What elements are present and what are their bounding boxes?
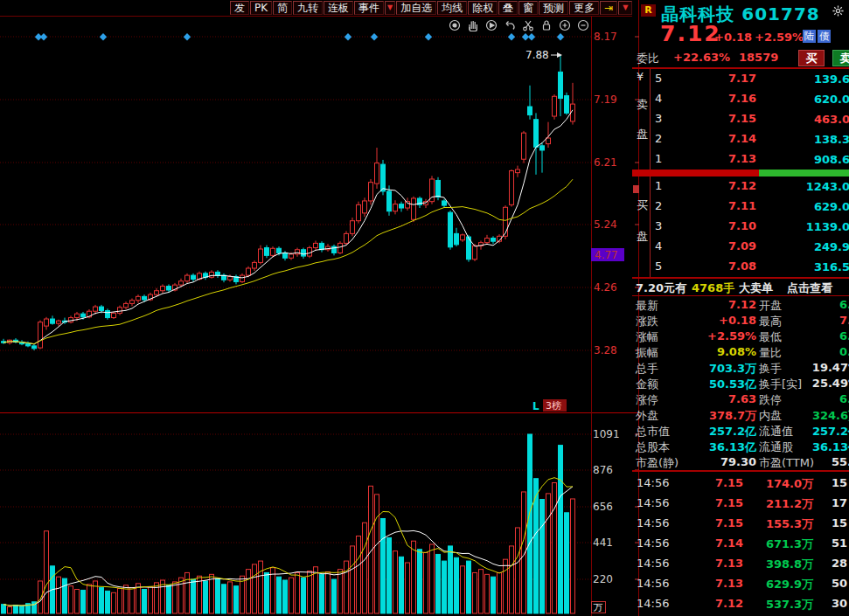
event-diamond-icon[interactable] (425, 33, 432, 40)
level-price: 7.13 (712, 152, 773, 165)
stat-value: 25.49% (812, 377, 849, 390)
level-number: 4 (655, 239, 662, 253)
stat-label: 换手[实] (759, 377, 802, 392)
level-volume: 1139.0万 (783, 219, 849, 235)
weibi-label: 委比 (637, 51, 659, 66)
stat-label: 外盘 (636, 408, 658, 424)
order-level-row[interactable]: 27.11629.0万 (651, 197, 849, 217)
toolbar-item-8[interactable]: 除权 (468, 1, 498, 15)
event-diamond-icon[interactable] (508, 33, 515, 40)
order-level-row[interactable]: 47.09249.9万 (651, 237, 849, 257)
orderbook-side-label: ¥ (637, 70, 644, 83)
hand-icon[interactable] (465, 17, 481, 33)
trade-volume: 174.0万 (748, 476, 813, 492)
price-row: 7.12 +0.18 +2.59% 陆 债 (632, 24, 849, 49)
trade-row[interactable]: 14:567.14671.3万51 (632, 533, 849, 553)
stat-value: 36.13亿 (709, 440, 756, 455)
level-price: 7.09 (712, 239, 773, 253)
toolbar-item-3[interactable]: 九转 (293, 1, 323, 15)
stat-value: 6.8 (839, 298, 849, 311)
trade-row[interactable]: 14:567.15174.0万15 (632, 473, 849, 493)
banner-type: 大卖单 (739, 280, 773, 296)
badge-lu[interactable]: 陆 (803, 30, 816, 43)
event-diamond-icon[interactable] (184, 33, 191, 40)
order-level-row[interactable]: 57.08316.5万 (651, 257, 849, 277)
banner-view-link[interactable]: 点击查看 (787, 280, 832, 296)
event-diamond-icon[interactable] (528, 33, 535, 40)
lock-icon[interactable] (539, 17, 554, 33)
trade-row[interactable]: 14:567.15211.2万17 (632, 493, 849, 513)
level-number: 5 (655, 260, 662, 273)
collapse-panel-icon[interactable]: ⇥ (600, 1, 617, 15)
lhb-count-badge[interactable]: 3榜 (546, 400, 561, 412)
order-level-row[interactable]: 37.15463.0万 (651, 109, 849, 129)
high-annotation: 7.88 (525, 49, 562, 61)
badge-zhai[interactable]: 债 (818, 30, 831, 43)
toolbar-item-10[interactable]: 窗 (518, 1, 538, 15)
toolbar-item-0[interactable]: 发 (230, 1, 249, 15)
trade-row[interactable]: 14:567.13398.8万28 (632, 553, 849, 573)
stat-row: 总股本36.13亿流通股36.13亿 (632, 439, 849, 454)
level-volume: 463.0万 (783, 112, 849, 128)
trade-row[interactable]: 14:567.12537.3万30 (632, 593, 849, 613)
stat-label: 总股本 (636, 440, 670, 455)
stat-row: 外盘378.7万内盘324.6万 (632, 407, 849, 423)
zoom-in-icon[interactable] (557, 17, 573, 33)
zoom-out-icon[interactable] (575, 17, 591, 33)
trade-volume: 398.8万 (748, 557, 813, 572)
undo-icon[interactable] (502, 17, 518, 33)
order-level-row[interactable]: 27.14138.3万 (651, 129, 849, 149)
trade-time: 14:56 (637, 536, 669, 550)
event-diamond-icon[interactable] (344, 33, 351, 40)
toolbar-item-11[interactable]: 预测 (539, 1, 568, 15)
trade-row[interactable]: 14:567.15155.3万15 (632, 513, 849, 533)
sell-button[interactable]: 卖 (832, 50, 849, 66)
lhb-letter: L (532, 400, 539, 412)
order-level-row[interactable]: 47.16620.0万 (651, 89, 849, 109)
toolbar-item-12[interactable]: 更多 (569, 1, 599, 15)
toolbar-item-7[interactable]: 均线 (437, 1, 467, 15)
level-number: 4 (655, 92, 662, 105)
toolbar-item-6[interactable]: 加自选 (396, 1, 436, 15)
lhb-badge: L3榜 (532, 399, 567, 412)
toolbar-item-2[interactable]: 简 (273, 1, 292, 15)
chart-toolbar (447, 17, 591, 33)
toolbar-more-caret[interactable]: ▼ (618, 1, 632, 15)
last-price: 7.12 (660, 21, 721, 46)
scissors-icon[interactable] (520, 17, 536, 33)
trade-row[interactable]: 14:567.13629.9万50 (632, 573, 849, 593)
order-level-row[interactable]: 17.121243.0万 (651, 176, 849, 197)
eye-icon[interactable] (447, 17, 463, 33)
toolbar-item-4[interactable]: 连板 (324, 1, 353, 15)
stat-row: 金额50.53亿换手[实]25.49% (632, 376, 849, 391)
stat-value: 257.2亿 (812, 424, 849, 440)
toolbar-item-5[interactable]: 事件 (354, 1, 384, 15)
trade-count: 17 (832, 496, 847, 509)
gear-icon[interactable] (832, 4, 845, 17)
weibi-value: +22.63% (673, 51, 730, 64)
order-level-row[interactable]: 57.17139.6万 (651, 69, 849, 89)
stat-label: 市盈(TTM) (759, 455, 814, 471)
orderbook-side-label: 盘 (637, 127, 648, 142)
buy-button[interactable]: 买 (798, 50, 825, 66)
trade-volume: 211.2万 (748, 496, 813, 512)
event-diamond-icon[interactable] (100, 33, 107, 40)
play-icon[interactable] (484, 17, 499, 33)
event-dropdown-caret[interactable]: ▼ (385, 1, 395, 15)
order-level-row[interactable]: 17.13908.6万 (651, 149, 849, 170)
big-order-banner: 7.20元有 4768手 大卖单 点击查看 (632, 279, 849, 296)
order-level-row[interactable]: 37.101139.0万 (651, 217, 849, 237)
axis-label: 220 (593, 573, 613, 585)
trade-time: 14:56 (637, 577, 669, 590)
level-number: 2 (655, 132, 662, 145)
axis-label: 4.26 (594, 281, 617, 294)
event-diamond-icon[interactable] (40, 33, 47, 40)
toolbar-item-1[interactable]: PK (250, 1, 272, 15)
ma-lines (3, 110, 573, 606)
toolbar-item-9[interactable]: 叠 (498, 1, 518, 15)
event-diamond-icon[interactable] (371, 33, 378, 40)
divider (632, 470, 849, 472)
axis-label: 441 (593, 536, 613, 549)
event-diamond-icon[interactable] (557, 33, 564, 40)
banner-text: 7.20元有 (636, 280, 686, 296)
